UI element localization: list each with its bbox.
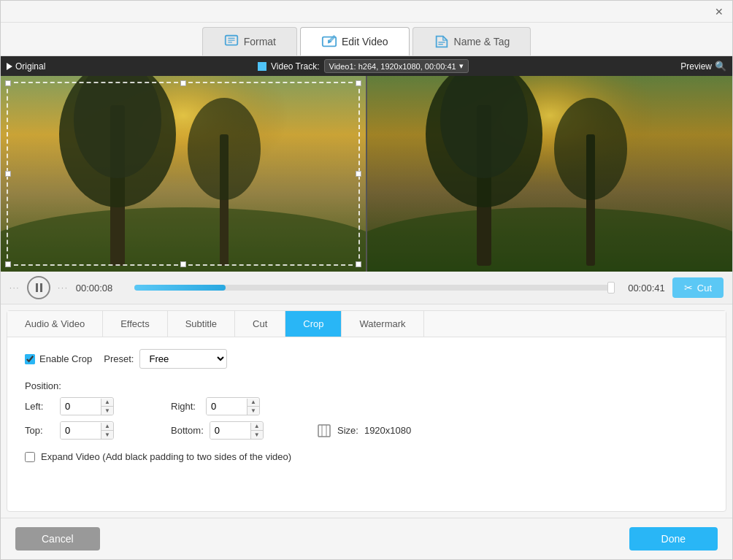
magnifier-icon: 🔍 xyxy=(715,61,726,72)
svg-rect-23 xyxy=(318,425,330,437)
bottom-spin-btns: ▲ ▼ xyxy=(250,423,263,439)
video-canvas-original xyxy=(1,76,366,272)
time-total: 00:00:41 xyxy=(621,283,665,294)
size-label: Size: xyxy=(337,425,358,436)
time-current: 00:00:08 xyxy=(76,283,127,294)
sub-tab-crop[interactable]: Crop xyxy=(285,311,342,337)
pause-icon xyxy=(36,283,42,292)
video-track-label: Video Track: xyxy=(271,61,319,72)
svg-rect-22 xyxy=(367,76,732,272)
scissors-icon: ✂ xyxy=(684,282,693,294)
left-spin-btns: ▲ ▼ xyxy=(101,399,113,415)
field-row-left: Left: ▲ ▼ xyxy=(25,397,171,415)
progress-bar[interactable] xyxy=(134,285,614,291)
sub-tab-audio-video-label: Audio & Video xyxy=(25,318,85,329)
bottom-spin-up[interactable]: ▲ xyxy=(251,423,263,431)
sub-tab-watermark[interactable]: Watermark xyxy=(342,311,423,337)
position-section: Position: Left: ▲ ▼ xyxy=(25,380,708,440)
format-icon xyxy=(223,34,239,50)
right-input[interactable] xyxy=(207,398,247,415)
left-spin-up[interactable]: ▲ xyxy=(101,399,113,407)
field-row-bottom: Bottom: ▲ ▼ xyxy=(171,421,317,440)
top-spin-up[interactable]: ▲ xyxy=(101,423,113,431)
tab-name-tag[interactable]: Name & Tag xyxy=(412,27,531,55)
field-row-top: Top: ▲ ▼ xyxy=(25,421,171,440)
edit-video-icon xyxy=(321,34,337,50)
controls-bar: ··· ··· 00:00:08 00:00:41 ✂ Cut xyxy=(1,272,732,304)
progress-thumb[interactable] xyxy=(607,282,615,294)
play-pause-button[interactable] xyxy=(27,276,50,299)
main-window: ✕ Format Edit Video Name xyxy=(0,0,733,560)
sub-tab-subtitle[interactable]: Subtitle xyxy=(168,311,235,337)
left-input-wrapper: ▲ ▼ xyxy=(60,397,114,415)
top-input-wrapper: ▲ ▼ xyxy=(60,421,114,440)
sub-tab-subtitle-label: Subtitle xyxy=(185,318,217,329)
original-text: Original xyxy=(15,61,45,72)
expand-video-label[interactable]: Expand Video (Add black padding to two s… xyxy=(41,451,291,462)
field-row-right: Right: ▲ ▼ xyxy=(171,397,317,415)
right-label: Right: xyxy=(171,401,200,412)
bottom-spin-down[interactable]: ▼ xyxy=(251,431,263,439)
tab-edit-video[interactable]: Edit Video xyxy=(300,27,410,55)
svg-rect-13 xyxy=(1,76,366,272)
name-tag-icon xyxy=(434,34,450,50)
dots-icon-left: ··· xyxy=(9,284,20,292)
video-tree-svg-left xyxy=(1,76,366,272)
video-frame-original xyxy=(1,76,367,272)
size-value: 1920x1080 xyxy=(364,425,411,436)
left-spin-down[interactable]: ▼ xyxy=(101,407,113,415)
preset-select[interactable]: Free 16:9 4:3 1:1 9:16 xyxy=(139,349,227,369)
expand-video-checkbox[interactable] xyxy=(25,452,35,462)
right-spin-up[interactable]: ▲ xyxy=(247,399,259,407)
track-select[interactable]: Video1: h264, 1920x1080, 00:00:41 ▾ xyxy=(324,59,469,73)
cut-label: Cut xyxy=(697,283,712,294)
bottom-input-wrapper: ▲ ▼ xyxy=(210,421,264,440)
top-spin-btns: ▲ ▼ xyxy=(101,423,113,439)
size-display: Size: 1920x1080 xyxy=(317,423,708,438)
pause-bar-left xyxy=(36,283,38,292)
video-frame-preview xyxy=(367,76,732,272)
cut-button[interactable]: ✂ Cut xyxy=(672,277,724,298)
bottom-input[interactable] xyxy=(210,422,250,439)
expand-row: Expand Video (Add black padding to two s… xyxy=(25,451,708,462)
dots-icon-right: ··· xyxy=(58,284,68,292)
top-spin-down[interactable]: ▼ xyxy=(101,431,113,439)
enable-crop-row: Enable Crop Preset: Free 16:9 4:3 1:1 9:… xyxy=(25,349,708,369)
close-button[interactable]: ✕ xyxy=(712,4,726,19)
cancel-button[interactable]: Cancel xyxy=(15,527,100,551)
progress-fill xyxy=(134,285,226,291)
enable-crop-label[interactable]: Enable Crop xyxy=(25,353,92,364)
video-track-icon xyxy=(258,62,266,71)
video-header: Original Video Track: Video1: h264, 1920… xyxy=(1,56,732,76)
preset-label: Preset: xyxy=(104,353,134,364)
enable-crop-checkbox[interactable] xyxy=(25,354,35,364)
preset-row: Preset: Free 16:9 4:3 1:1 9:16 xyxy=(104,349,227,369)
tab-format-label: Format xyxy=(244,36,276,47)
done-button[interactable]: Done xyxy=(629,527,718,551)
sub-tab-effects-label: Effects xyxy=(120,318,150,329)
sub-tab-effects[interactable]: Effects xyxy=(103,311,168,337)
video-frames xyxy=(1,76,732,272)
left-input[interactable] xyxy=(61,398,101,415)
sub-tab-cut[interactable]: Cut xyxy=(235,311,285,337)
crop-content: Enable Crop Preset: Free 16:9 4:3 1:1 9:… xyxy=(7,337,726,511)
sub-tab-bar: Audio & Video Effects Subtitle Cut Crop … xyxy=(7,311,726,337)
video-tree-svg-right xyxy=(367,76,732,272)
sub-tab-crop-label: Crop xyxy=(303,318,323,329)
sub-tab-audio-video[interactable]: Audio & Video xyxy=(7,311,103,337)
tab-format[interactable]: Format xyxy=(202,27,297,55)
tab-edit-video-label: Edit Video xyxy=(342,36,388,47)
preview-label: Preview 🔍 xyxy=(680,61,726,72)
expand-video-text: Expand Video (Add black padding to two s… xyxy=(41,451,291,462)
track-dropdown-arrow: ▾ xyxy=(459,61,464,71)
preview-text: Preview xyxy=(680,61,712,72)
right-spin-btns: ▲ ▼ xyxy=(247,399,259,415)
right-spin-down[interactable]: ▼ xyxy=(247,407,259,415)
bottom-panel: Audio & Video Effects Subtitle Cut Crop … xyxy=(7,310,726,512)
track-value: Video1: h264, 1920x1080, 00:00:41 xyxy=(329,62,456,71)
position-grid: Left: ▲ ▼ Right: xyxy=(25,397,708,440)
right-input-wrapper: ▲ ▼ xyxy=(206,397,260,415)
sub-tab-cut-label: Cut xyxy=(253,318,267,329)
top-input[interactable] xyxy=(61,422,101,439)
bottom-label: Bottom: xyxy=(171,425,204,436)
